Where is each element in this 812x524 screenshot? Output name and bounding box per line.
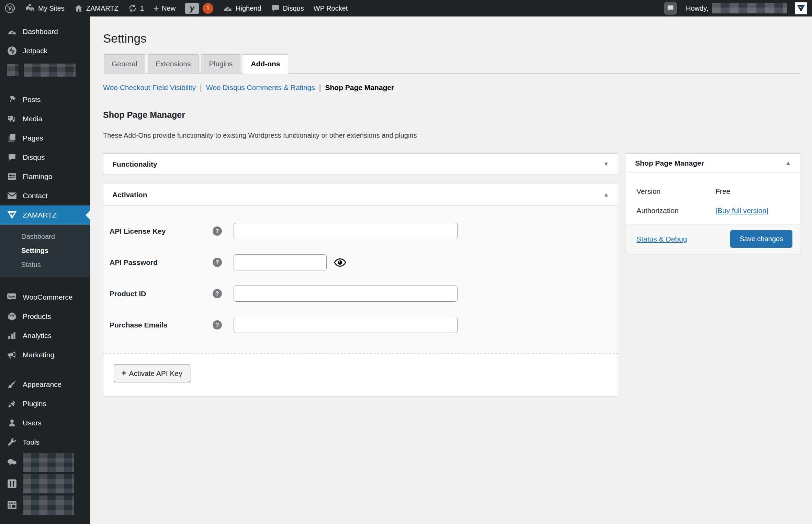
updates-icon xyxy=(128,4,137,13)
purchase-emails-row: Purchase Emails ? xyxy=(110,317,612,333)
help-icon[interactable]: ? xyxy=(213,258,222,267)
tab-general[interactable]: General xyxy=(104,54,145,73)
sidebar-label: Disqus xyxy=(23,153,45,161)
sidebar-item-contact[interactable]: Contact xyxy=(0,186,90,205)
sidebar-label: Pages xyxy=(23,134,43,142)
sidebar-item-dashboard[interactable]: Dashboard xyxy=(0,22,90,41)
save-changes-button[interactable]: Save changes xyxy=(730,230,792,248)
activation-accordion[interactable]: Activation ▲ xyxy=(103,184,618,206)
tab-extensions[interactable]: Extensions xyxy=(148,54,199,73)
sidebar-item-tools[interactable]: Tools xyxy=(0,433,90,452)
purchase-emails-input[interactable] xyxy=(234,317,458,333)
status-debug-link[interactable]: Status & Debug xyxy=(636,235,687,243)
address-book-icon xyxy=(7,172,17,181)
chevron-up-icon: ▲ xyxy=(785,160,791,167)
shop-page-manager-box-title: Shop Page Manager xyxy=(635,159,704,167)
sidebar-label: Flamingo xyxy=(23,172,52,181)
yoast-icon: y xyxy=(185,3,199,14)
sidebar-item-zamartz[interactable]: ZAMARTZ xyxy=(0,205,90,225)
chevron-up-icon: ▲ xyxy=(603,191,609,198)
activation-body: API License Key ? API Password ? Produc xyxy=(103,206,618,353)
submenu-item-settings[interactable]: Settings xyxy=(0,244,90,258)
site-menu[interactable]: ZAMARTZ xyxy=(69,0,123,16)
highend-label: Highend xyxy=(236,4,261,12)
sidebar-item-redacted[interactable] xyxy=(0,473,90,494)
current-menu-arrow xyxy=(86,211,90,220)
sidebar-item-users[interactable]: Users xyxy=(0,413,90,433)
sidebar-item-products[interactable]: Products xyxy=(0,307,90,326)
section-title: Shop Page Manager xyxy=(103,110,800,120)
sidebar-label: Users xyxy=(23,419,42,427)
help-icon[interactable]: ? xyxy=(213,320,222,330)
sidebar-item-posts[interactable]: Posts xyxy=(0,90,90,109)
sidebar-item-flamingo[interactable]: Flamingo xyxy=(0,167,90,186)
my-sites-icon xyxy=(25,3,35,13)
shop-page-manager-box-body: Version Free Authorization [Buy full ver… xyxy=(626,173,800,224)
yoast-menu[interactable]: y 1 xyxy=(180,0,218,16)
sidebar-label: WooCommerce xyxy=(23,293,72,301)
submenu-item-dashboard[interactable]: Dashboard xyxy=(0,230,90,244)
sidebar-item-woocommerce[interactable]: Woo WooCommerce xyxy=(0,288,90,307)
sidebar-item-redacted[interactable] xyxy=(0,60,90,80)
sidebar-label: ZAMARTZ xyxy=(23,211,57,219)
help-icon[interactable]: ? xyxy=(213,289,222,298)
functionality-accordion-title: Functionality xyxy=(112,160,157,168)
sidebar-item-appearance[interactable]: Appearance xyxy=(0,375,90,394)
tab-plugins[interactable]: Plugins xyxy=(201,54,240,73)
shop-page-manager-box-header[interactable]: Shop Page Manager ▲ xyxy=(626,154,800,173)
account-menu[interactable]: Howdy, xyxy=(686,2,807,14)
page-title: Settings xyxy=(103,32,800,45)
redacted-label xyxy=(23,474,74,493)
api-license-key-row: API License Key ? xyxy=(110,223,612,239)
redacted-label xyxy=(23,495,74,515)
disqus-menu[interactable]: Disqus xyxy=(266,0,309,16)
pushpin-icon xyxy=(7,95,17,104)
home-icon xyxy=(74,4,83,13)
tab-add-ons[interactable]: Add-ons xyxy=(243,54,288,74)
media-icon xyxy=(7,114,17,123)
new-menu[interactable]: + New xyxy=(149,0,180,16)
wp-rocket-menu[interactable]: WP Rocket xyxy=(309,0,353,16)
zamartz-logo-icon xyxy=(7,211,17,220)
main-content: Settings General Extensions Plugins Add-… xyxy=(90,16,812,524)
sidebar-label: Analytics xyxy=(23,332,52,340)
help-icon[interactable]: ? xyxy=(213,226,222,236)
updates-menu[interactable]: 1 xyxy=(123,0,149,16)
highend-menu[interactable]: Highend xyxy=(218,0,266,16)
redacted-label xyxy=(23,453,74,472)
sidebar-item-marketing[interactable]: Marketing xyxy=(0,345,90,365)
wordpress-logo-menu[interactable] xyxy=(0,0,20,16)
activate-api-key-button[interactable]: + Activate API Key xyxy=(114,365,190,382)
speech-bubble-icon xyxy=(7,153,17,162)
functionality-accordion[interactable]: Functionality ▼ xyxy=(103,153,618,175)
plus-icon: + xyxy=(122,369,126,378)
admin-bar: My Sites ZAMARTZ 1 + New y 1 Highend xyxy=(0,0,812,16)
sidebar-item-media[interactable]: Media xyxy=(0,109,90,129)
site-name-label: ZAMARTZ xyxy=(86,4,119,12)
buy-full-version-link[interactable]: [Buy full version] xyxy=(715,207,768,215)
my-sites-menu[interactable]: My Sites xyxy=(20,0,69,16)
sidebar-item-plugins[interactable]: Plugins xyxy=(0,394,90,413)
settings-tabs: General Extensions Plugins Add-ons xyxy=(103,54,800,74)
settings-column: Functionality ▼ Activation ▲ API License… xyxy=(103,153,618,397)
api-password-input[interactable] xyxy=(234,254,327,270)
show-password-button[interactable] xyxy=(334,258,346,267)
comments-shortcut-button[interactable] xyxy=(664,2,677,15)
subnav-link-woo-disqus[interactable]: Woo Disqus Comments & Ratings xyxy=(206,83,315,92)
api-license-key-input[interactable] xyxy=(234,223,458,239)
sidebar-item-disqus[interactable]: Disqus xyxy=(0,148,90,167)
sidebar-item-redacted[interactable] xyxy=(0,452,90,473)
product-id-input[interactable] xyxy=(234,286,458,302)
sidebar-item-jetpack[interactable]: Jetpack xyxy=(0,41,90,60)
sidebar-item-redacted[interactable] xyxy=(0,494,90,516)
submenu-item-status[interactable]: Status xyxy=(0,258,90,272)
wrench-icon xyxy=(7,437,17,447)
sidebar-item-pages[interactable]: Pages xyxy=(0,129,90,148)
sidebar-item-analytics[interactable]: Analytics xyxy=(0,326,90,345)
activation-footer: + Activate API Key xyxy=(103,353,618,397)
jetpack-icon xyxy=(7,46,17,56)
subnav-link-woo-checkout[interactable]: Woo Checkout Field Visibility xyxy=(103,83,196,92)
api-password-label: API Password xyxy=(110,258,213,267)
admin-bar-left: My Sites ZAMARTZ 1 + New y 1 Highend xyxy=(0,0,352,16)
new-label: New xyxy=(162,4,176,12)
